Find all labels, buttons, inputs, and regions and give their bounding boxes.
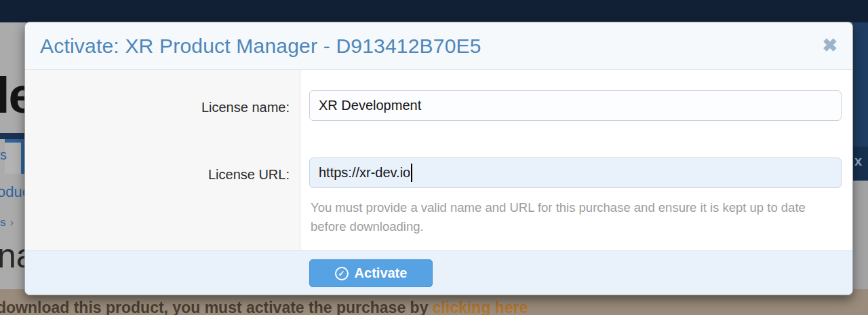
background-activation-notice: download this product, you must activate… <box>0 299 528 315</box>
text-cursor <box>411 164 412 182</box>
background-right-panel <box>852 22 868 147</box>
license-name-value: XR Development <box>319 98 421 113</box>
breadcrumb: s› <box>0 216 14 229</box>
background-right-content <box>852 181 868 289</box>
license-url-label: License URL: <box>25 167 290 183</box>
check-circle-icon: ✓ <box>335 267 349 280</box>
modal-footer: ✓ Activate <box>25 250 852 295</box>
background-close-icon[interactable]: x <box>854 154 862 168</box>
license-name-label: License name: <box>25 100 290 115</box>
modal-title: Activate: XR Product Manager - D913412B7… <box>40 35 481 58</box>
license-url-input[interactable]: https://xr-dev.io <box>309 158 842 188</box>
breadcrumb-item-fragment[interactable]: s <box>0 216 6 229</box>
activate-button[interactable]: ✓ Activate <box>309 259 433 287</box>
background-tab-outline-fragment <box>5 139 24 174</box>
background-top-navbar <box>0 0 868 22</box>
close-icon[interactable]: ✖ <box>822 37 837 55</box>
notice-text: download this product, you must activate… <box>0 299 433 315</box>
chevron-right-icon: › <box>10 216 14 229</box>
license-name-input[interactable]: XR Development <box>309 90 842 121</box>
modal-body: License name: XR Development License URL… <box>25 70 852 250</box>
screen: le s oduc s› na x download this product,… <box>0 0 868 315</box>
license-help-text: You must provide a valid name and URL fo… <box>311 198 831 236</box>
activate-license-modal: Activate: XR Product Manager - D913412B7… <box>24 22 853 295</box>
activate-button-label: Activate <box>355 265 408 281</box>
background-dark-band <box>0 133 24 139</box>
license-url-value: https://xr-dev.io <box>319 165 410 181</box>
background-tab-label-fragment: s <box>0 147 7 163</box>
label-column-background <box>25 70 300 250</box>
modal-header: Activate: XR Product Manager - D913412B7… <box>25 22 852 70</box>
clicking-here-link[interactable]: clicking here <box>433 299 528 315</box>
